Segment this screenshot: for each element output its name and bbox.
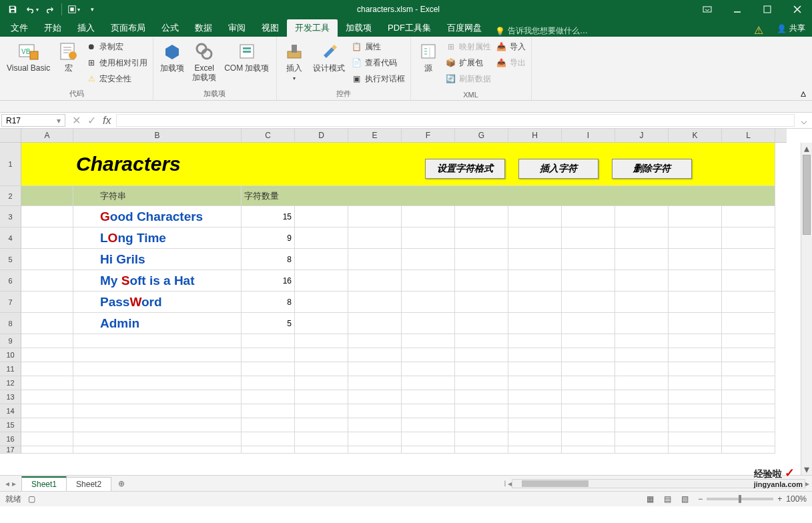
cell[interactable]: 15 — [242, 206, 295, 227]
cell[interactable] — [508, 313, 562, 334]
cell[interactable] — [242, 446, 295, 454]
cell[interactable] — [348, 292, 402, 313]
row-header-12[interactable]: 12 — [0, 376, 21, 390]
cell[interactable] — [21, 376, 73, 390]
cell[interactable] — [722, 446, 775, 454]
cell[interactable] — [508, 376, 562, 390]
cell[interactable] — [615, 432, 669, 446]
cell[interactable] — [295, 313, 348, 334]
cell[interactable] — [669, 362, 722, 376]
cell[interactable] — [348, 362, 402, 376]
cell[interactable] — [402, 313, 455, 334]
cell[interactable]: PassWord — [73, 292, 242, 313]
zoom-level[interactable]: 100% — [786, 494, 807, 504]
cell[interactable] — [669, 432, 722, 446]
cell[interactable] — [295, 227, 348, 249]
row-header-13[interactable]: 13 — [0, 390, 21, 404]
cell[interactable] — [455, 390, 508, 404]
insert-chars-button[interactable]: 插入字符 — [518, 159, 598, 179]
cell[interactable]: 8 — [242, 292, 295, 313]
cell[interactable] — [21, 206, 73, 227]
cell[interactable] — [242, 432, 295, 446]
cell[interactable] — [722, 404, 775, 418]
cell[interactable] — [402, 292, 455, 313]
macro-record-icon[interactable]: ▢ — [28, 494, 35, 504]
cell[interactable] — [73, 432, 242, 446]
cell[interactable] — [615, 270, 669, 292]
undo-button[interactable]: ▾ — [24, 2, 39, 17]
cell[interactable] — [73, 348, 242, 362]
cell[interactable] — [455, 432, 508, 446]
header-count[interactable]: 字符数量 — [242, 186, 775, 206]
properties-button[interactable]: 📋属性 — [350, 39, 406, 54]
row-header-10[interactable]: 10 — [0, 348, 21, 362]
cell[interactable]: Admin — [73, 313, 242, 334]
row-header-1[interactable]: 1 — [0, 143, 21, 186]
cell[interactable] — [73, 446, 242, 454]
tab-review[interactable]: 审阅 — [220, 19, 254, 37]
cell[interactable] — [348, 418, 402, 432]
cell[interactable] — [455, 404, 508, 418]
format-chars-button[interactable]: 设置字符格式 — [425, 159, 505, 179]
cell[interactable] — [669, 292, 722, 313]
cell[interactable] — [295, 292, 348, 313]
cell[interactable] — [562, 362, 615, 376]
cell[interactable] — [508, 446, 562, 454]
column-header-L[interactable]: L — [722, 129, 775, 143]
cell[interactable] — [21, 292, 73, 313]
cell[interactable] — [348, 446, 402, 454]
cell[interactable]: LOng Time — [73, 227, 242, 249]
cell[interactable] — [402, 334, 455, 348]
row-header-4[interactable]: 4 — [0, 227, 21, 249]
cell[interactable] — [21, 334, 73, 348]
cell[interactable] — [669, 206, 722, 227]
cell[interactable] — [562, 404, 615, 418]
column-header-B[interactable]: B — [73, 129, 242, 143]
tab-insert[interactable]: 插入 — [69, 19, 103, 37]
cell[interactable] — [562, 348, 615, 362]
cell[interactable] — [402, 270, 455, 292]
cell[interactable] — [562, 376, 615, 390]
cell[interactable] — [669, 334, 722, 348]
cell[interactable] — [508, 206, 562, 227]
cell[interactable] — [669, 418, 722, 432]
cell[interactable] — [722, 432, 775, 446]
cell[interactable] — [669, 404, 722, 418]
cell[interactable] — [562, 432, 615, 446]
cell[interactable] — [348, 249, 402, 270]
ribbon-options-button[interactable] — [692, 0, 722, 19]
cell[interactable] — [402, 348, 455, 362]
cancel-formula-button[interactable]: ✕ — [72, 114, 81, 127]
row-header-9[interactable]: 9 — [0, 334, 21, 348]
cell[interactable] — [295, 348, 348, 362]
cell[interactable] — [73, 418, 242, 432]
column-header-F[interactable]: F — [402, 129, 455, 143]
cell[interactable] — [21, 348, 73, 362]
tab-developer[interactable]: 开发工具 — [287, 19, 338, 37]
cell[interactable] — [455, 376, 508, 390]
tab-view[interactable]: 视图 — [254, 19, 287, 37]
cell[interactable] — [508, 418, 562, 432]
cell[interactable] — [722, 376, 775, 390]
cell[interactable] — [615, 390, 669, 404]
addins-button[interactable]: 加载项 — [157, 39, 187, 74]
cell[interactable] — [242, 334, 295, 348]
cell[interactable] — [73, 390, 242, 404]
cell[interactable] — [508, 292, 562, 313]
cell[interactable] — [348, 376, 402, 390]
cell[interactable] — [455, 249, 508, 270]
cell[interactable] — [455, 362, 508, 376]
fx-button[interactable]: fx — [103, 115, 111, 127]
cell[interactable] — [508, 270, 562, 292]
cell[interactable] — [402, 390, 455, 404]
cell[interactable] — [295, 446, 348, 454]
row-header-16[interactable]: 16 — [0, 432, 21, 446]
xml-source-button[interactable]: 源 — [415, 39, 442, 74]
tell-me[interactable]: 💡告诉我您想要做什么… — [495, 25, 588, 37]
cell[interactable] — [722, 292, 775, 313]
share-button[interactable]: 👤共享 — [770, 20, 812, 37]
cell[interactable] — [295, 390, 348, 404]
cell[interactable] — [669, 348, 722, 362]
cell[interactable] — [402, 432, 455, 446]
cell[interactable] — [562, 270, 615, 292]
